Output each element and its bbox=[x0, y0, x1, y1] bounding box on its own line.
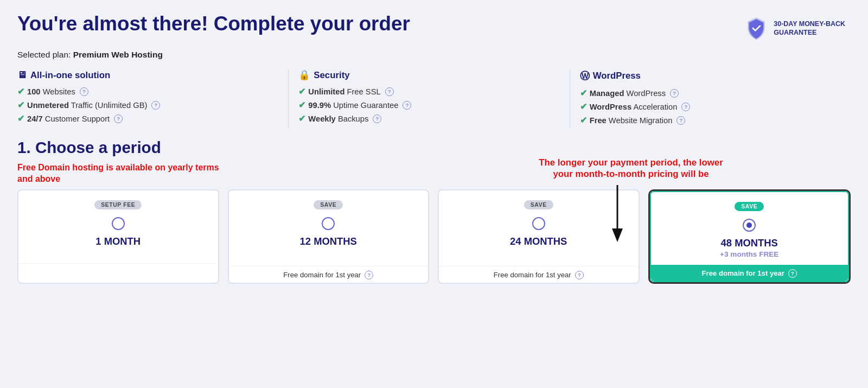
feature-item: ✔ Free Website Migration ? bbox=[580, 115, 841, 125]
longer-payment-note: The longer your payment period, the lowe… bbox=[531, 157, 731, 181]
plan-name: Premium Web Hosting bbox=[73, 50, 163, 59]
features-row: 🖥 All-in-one solution ✔ 100 Websites ? ✔… bbox=[17, 69, 851, 129]
feature-col-security: 🔒 Security ✔ Unlimited Free SSL ? ✔ 99.9… bbox=[289, 69, 570, 129]
period-title: 1. Choose a period bbox=[17, 138, 851, 157]
guarantee-badge: 30-DAY MONEY-BACK GUARANTEE bbox=[739, 13, 851, 43]
feature-col-allinone: 🖥 All-in-one solution ✔ 100 Websites ? ✔… bbox=[17, 69, 289, 129]
checkmark-icon: ✔ bbox=[580, 101, 587, 112]
period-radio-48months[interactable] bbox=[743, 219, 756, 232]
help-icon[interactable]: ? bbox=[670, 89, 679, 98]
help-icon[interactable]: ? bbox=[788, 269, 797, 278]
period-badge: SETUP FEE bbox=[94, 200, 142, 209]
checkmark-icon: ✔ bbox=[17, 113, 24, 124]
shield-icon bbox=[744, 16, 768, 40]
feature-heading-allinone: 🖥 All-in-one solution bbox=[17, 69, 278, 81]
period-badge: SAVE bbox=[735, 202, 764, 211]
help-icon[interactable]: ? bbox=[385, 87, 394, 96]
feature-item: ✔ Weekly Backups ? bbox=[298, 113, 559, 124]
period-section: 1. Choose a period Free Domain hosting i… bbox=[17, 138, 851, 284]
period-label: 48 MONTHS bbox=[721, 237, 778, 249]
feature-heading-wordpress: Ⓦ WordPress bbox=[580, 69, 841, 82]
period-radio-12months[interactable] bbox=[322, 217, 335, 230]
feature-item: ✔ 100 Websites ? bbox=[17, 86, 278, 97]
feature-item: ✔ Unmetered Traffic (Unlimited GB) ? bbox=[17, 100, 278, 110]
feature-item: ✔ 99.9% Uptime Guarantee ? bbox=[298, 100, 559, 110]
periods-row: SETUP FEE 1 MONTH SAVE 12 MONTHS Free do… bbox=[17, 189, 851, 284]
help-icon[interactable]: ? bbox=[80, 87, 88, 96]
checkmark-icon: ✔ bbox=[298, 86, 305, 97]
help-icon[interactable]: ? bbox=[114, 115, 123, 123]
guarantee-text: 30-DAY MONEY-BACK GUARANTEE bbox=[774, 20, 845, 37]
period-badge: SAVE bbox=[314, 200, 343, 209]
period-card-48months-wrapper[interactable]: SAVE 48 MONTHS +3 months FREE Free domai… bbox=[648, 189, 851, 284]
help-icon[interactable]: ? bbox=[676, 116, 685, 125]
checkmark-icon: ✔ bbox=[298, 100, 305, 110]
help-icon[interactable]: ? bbox=[681, 103, 690, 111]
arrow-icon bbox=[596, 180, 639, 245]
period-extra: +3 months FREE bbox=[720, 250, 778, 258]
help-icon[interactable]: ? bbox=[575, 271, 584, 279]
period-badge: SAVE bbox=[524, 200, 553, 209]
selected-plan-row: Selected plan: Premium Web Hosting bbox=[17, 50, 851, 60]
feature-col-wordpress: Ⓦ WordPress ✔ Managed WordPress ? ✔ Word… bbox=[570, 69, 851, 129]
lock-icon: 🔒 bbox=[298, 69, 310, 81]
feature-heading-security: 🔒 Security bbox=[298, 69, 559, 81]
help-icon[interactable]: ? bbox=[373, 115, 381, 123]
period-footer-24months: Free domain for 1st year ? bbox=[439, 266, 639, 283]
period-radio-24months[interactable] bbox=[532, 217, 545, 230]
checkmark-icon: ✔ bbox=[580, 115, 587, 125]
checkmark-icon: ✔ bbox=[580, 88, 587, 98]
checkmark-icon: ✔ bbox=[17, 86, 24, 97]
wordpress-icon: Ⓦ bbox=[580, 69, 590, 82]
page-title: You're almost there! Complete your order bbox=[17, 13, 410, 35]
feature-item: ✔ Unlimited Free SSL ? bbox=[298, 86, 559, 97]
feature-item: ✔ 24/7 Customer Support ? bbox=[17, 113, 278, 124]
annotation-free-domain: Free Domain hosting is available on year… bbox=[17, 162, 224, 185]
period-label: 12 MONTHS bbox=[300, 236, 357, 247]
svg-marker-1 bbox=[612, 228, 623, 242]
feature-item: ✔ Managed WordPress ? bbox=[580, 88, 841, 98]
period-card-12months[interactable]: SAVE 12 MONTHS Free domain for 1st year … bbox=[228, 189, 430, 284]
period-footer-12months: Free domain for 1st year ? bbox=[229, 266, 429, 283]
period-footer-48months: Free domain for 1st year ? bbox=[651, 265, 848, 281]
period-label: 1 MONTH bbox=[95, 236, 141, 247]
period-card-1month[interactable]: SETUP FEE 1 MONTH bbox=[17, 189, 219, 284]
monitor-icon: 🖥 bbox=[17, 69, 27, 81]
help-icon[interactable]: ? bbox=[365, 271, 373, 279]
help-icon[interactable]: ? bbox=[151, 101, 160, 110]
checkmark-icon: ✔ bbox=[298, 113, 305, 124]
period-radio-1month[interactable] bbox=[112, 217, 125, 230]
help-icon[interactable]: ? bbox=[403, 101, 411, 110]
period-label: 24 MONTHS bbox=[510, 236, 567, 247]
checkmark-icon: ✔ bbox=[17, 100, 24, 110]
feature-item: ✔ WordPress Acceleration ? bbox=[580, 101, 841, 112]
